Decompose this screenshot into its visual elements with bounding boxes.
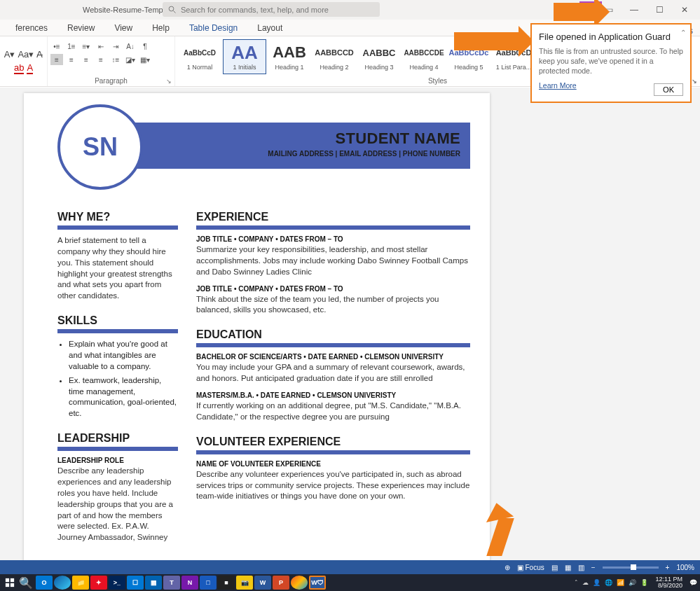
font-color-icon[interactable]: A xyxy=(27,62,33,74)
sort-icon[interactable]: A↓ xyxy=(124,41,137,52)
svg-rect-4 xyxy=(6,583,9,587)
display-settings-icon[interactable]: ⊕ xyxy=(505,564,510,571)
font-size-icon[interactable]: Aa▾ xyxy=(18,49,34,60)
search-placeholder: Search for commands, text, help, and mor… xyxy=(181,6,329,14)
numbering-icon[interactable]: 1≡ xyxy=(65,41,78,52)
taskbar-app-teams[interactable]: T xyxy=(163,576,180,590)
align-center-icon[interactable]: ≡ xyxy=(65,54,78,65)
focus-mode-button[interactable]: ▣Focus xyxy=(517,564,544,571)
taskbar-app-explorer[interactable]: 📁 xyxy=(72,576,89,590)
paragraph-label: Paragraph xyxy=(48,77,174,85)
change-case-icon[interactable]: A▾ xyxy=(4,49,15,60)
document-canvas[interactable]: STUDENT NAME MAILING ADDRESS | EMAIL ADD… xyxy=(0,88,700,574)
experience-heading: EXPERIENCE xyxy=(196,211,470,223)
increase-indent-icon[interactable]: ⇥ xyxy=(109,41,122,52)
tray-onedrive-icon[interactable]: ☁ xyxy=(582,579,589,586)
window-controls: ▭ — ☐ ✕ xyxy=(596,0,697,20)
tab-review[interactable]: Review xyxy=(57,20,104,36)
leadership-text: Describe any leadership experiences and … xyxy=(57,466,178,543)
tray-wifi-icon[interactable]: 📶 xyxy=(617,579,624,586)
student-name: STUDENT NAME xyxy=(115,130,460,148)
multilevel-icon[interactable]: ≡▾ xyxy=(80,41,92,52)
zoom-level[interactable]: 100% xyxy=(676,564,694,571)
taskbar-app-cmd[interactable]: ■ xyxy=(218,576,235,590)
clear-format-icon[interactable]: A̶ xyxy=(36,49,43,60)
annotation-arrow xyxy=(487,507,511,556)
maximize-button[interactable]: ☐ xyxy=(647,0,672,20)
taskbar-app-word[interactable]: W xyxy=(254,576,271,590)
taskbar-app-calculator[interactable]: ▦ xyxy=(145,576,162,590)
taskbar-app-generic[interactable]: ☐ xyxy=(127,576,144,590)
job2-text: Think about the size of the team you led… xyxy=(196,294,470,317)
notification-title: File opened in Application Guard xyxy=(539,32,683,42)
tab-view[interactable]: View xyxy=(104,20,142,36)
tab-help[interactable]: Help xyxy=(142,20,179,36)
line-spacing-icon[interactable]: ↕≡ xyxy=(109,54,122,65)
bullets-icon[interactable]: •≡ xyxy=(50,41,63,52)
taskbar-app-generic[interactable]: □ xyxy=(200,576,217,590)
style-heading4[interactable]: AABBCCDEHeading 4 xyxy=(402,39,446,74)
style-heading1[interactable]: AABHeading 1 xyxy=(268,39,311,74)
tray-chevron-icon[interactable]: ˄ xyxy=(575,579,578,586)
taskbar-app-word-guard[interactable]: W🛡 xyxy=(309,576,326,590)
search-icon xyxy=(168,6,177,14)
taskbar-app-camera[interactable]: 📷 xyxy=(236,576,253,590)
show-marks-icon[interactable]: ¶ xyxy=(139,41,151,52)
paragraph-group: •≡ 1≡ ≡▾ ⇤ ⇥ A↓ ¶ ≡ ≡ ≡ ≡ ↕≡ ◪▾ ▦▾ Parag… xyxy=(48,36,175,86)
style-normal[interactable]: AaBbCcD1 Normal xyxy=(178,39,221,74)
styles-dialog-launcher[interactable]: ↘ xyxy=(692,78,697,85)
style-initials[interactable]: AA1 Initials xyxy=(223,39,266,74)
taskbar-app-onenote[interactable]: N xyxy=(181,576,198,590)
decrease-indent-icon[interactable]: ⇤ xyxy=(95,41,107,52)
search-box[interactable]: Search for commands, text, help, and mor… xyxy=(163,2,380,17)
job1-head: JOB TITLE • COMPANY • DATES FROM – TO xyxy=(196,235,470,243)
highlight-icon[interactable]: ab xyxy=(14,62,24,74)
taskbar-app-outlook[interactable]: O xyxy=(36,576,53,590)
justify-icon[interactable]: ≡ xyxy=(95,54,107,65)
style-heading2[interactable]: AABBCCDHeading 2 xyxy=(313,39,356,74)
minimize-button[interactable]: — xyxy=(622,0,647,20)
style-heading3[interactable]: AABBCHeading 3 xyxy=(357,39,401,74)
tab-references[interactable]: ferences xyxy=(6,20,57,36)
read-mode-icon[interactable]: ▤ xyxy=(551,564,558,571)
web-layout-icon[interactable]: ▥ xyxy=(578,564,584,571)
taskbar-app-paint3d[interactable] xyxy=(291,576,308,590)
paragraph-dialog-launcher[interactable]: ↘ xyxy=(166,78,172,85)
skill-item: Ex. teamwork, leadership, time managemen… xyxy=(69,375,178,419)
taskbar-app-powerpoint[interactable]: P xyxy=(273,576,289,590)
print-layout-icon[interactable]: ▦ xyxy=(565,564,571,571)
tray-volume-icon[interactable]: 🔊 xyxy=(629,579,636,586)
taskbar-search-icon[interactable]: 🔍 xyxy=(19,576,33,590)
deg1-head: BACHELOR OF SCIENCE/ARTS • DATE EARNED •… xyxy=(196,353,470,361)
align-left-icon[interactable]: ≡ xyxy=(50,54,63,65)
leadership-role: LEADERSHIP ROLE xyxy=(57,457,178,464)
tab-layout[interactable]: Layout xyxy=(247,20,292,36)
document-title: Website-Resume-Template xyxy=(83,6,175,14)
close-button[interactable]: ✕ xyxy=(672,0,697,20)
resume-page[interactable]: STUDENT NAME MAILING ADDRESS | EMAIL ADD… xyxy=(24,93,490,569)
learn-more-link[interactable]: Learn More xyxy=(539,81,577,90)
volunteer-heading: VOLUNTEER EXPERIENCE xyxy=(196,436,470,448)
taskbar-app-terminal[interactable]: >_ xyxy=(109,576,125,590)
align-right-icon[interactable]: ≡ xyxy=(80,54,92,65)
annotation-arrow xyxy=(554,3,596,21)
zoom-in-button[interactable]: + xyxy=(666,564,670,571)
initials-circle: SN xyxy=(57,104,143,190)
borders-icon[interactable]: ▦▾ xyxy=(139,54,151,65)
zoom-slider[interactable] xyxy=(603,566,659,569)
start-button[interactable] xyxy=(3,576,17,590)
taskbar-clock[interactable]: 12:11 PM 8/9/2020 xyxy=(655,576,682,590)
shading-icon[interactable]: ◪▾ xyxy=(124,54,137,65)
zoom-out-button[interactable]: − xyxy=(591,564,596,571)
tray-network-icon[interactable]: 🌐 xyxy=(605,579,612,586)
collapse-icon[interactable]: ⌃ xyxy=(680,29,686,36)
taskbar-app-generic[interactable]: ✦ xyxy=(90,576,107,590)
taskbar-app-edge[interactable] xyxy=(54,576,71,590)
ok-button[interactable]: OK xyxy=(654,83,683,96)
tray-battery-icon[interactable]: 🔋 xyxy=(640,579,648,586)
tray-people-icon[interactable]: 👤 xyxy=(593,579,601,586)
tab-table-design[interactable]: Table Design xyxy=(179,20,247,36)
tray-notifications-icon[interactable]: 💬 xyxy=(689,579,697,586)
svg-rect-5 xyxy=(11,583,14,587)
job2-head: JOB TITLE • COMPANY • DATES FROM – TO xyxy=(196,285,470,293)
